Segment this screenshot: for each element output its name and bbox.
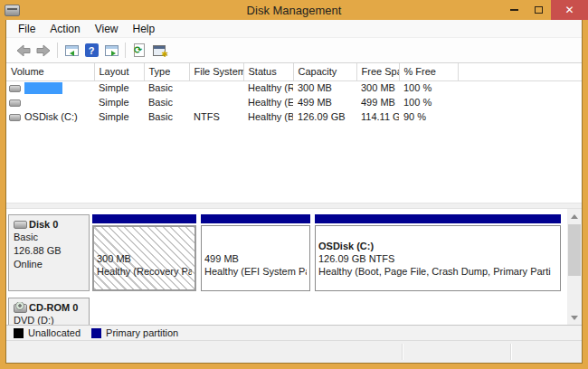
cdrom-0-row: CD-ROM 0 DVD (D:) xyxy=(8,298,564,325)
pane-splitter[interactable] xyxy=(6,203,582,209)
menu-file[interactable]: File xyxy=(11,20,43,38)
menu-action[interactable]: Action xyxy=(43,20,87,38)
volume-row-recovery[interactable]: Simple Basic Healthy (R... 300 MB 300 MB… xyxy=(6,80,582,95)
cdrom-icon xyxy=(14,304,27,313)
partition-status: Healthy (Recovery Parti xyxy=(97,265,192,278)
partition-size: 126.09 GB NTFS xyxy=(318,252,557,265)
minimize-icon[interactable] xyxy=(502,0,526,20)
partition-osdisk-c[interactable]: OSDisk (C:) 126.09 GB NTFS Healthy (Boot… xyxy=(315,214,561,291)
help-icon[interactable]: ? xyxy=(81,41,101,61)
menu-view[interactable]: View xyxy=(88,20,126,38)
cell-layout: Simple xyxy=(94,95,144,109)
volume-icon xyxy=(9,114,21,121)
cdrom-0-header[interactable]: CD-ROM 0 DVD (D:) xyxy=(8,298,90,325)
forward-icon[interactable] xyxy=(33,41,53,61)
table-header-row: Volume Layout Type File System Status Ca… xyxy=(6,63,582,80)
disk-management-console-icon[interactable]: ✱ xyxy=(149,41,169,61)
cell-layout: Simple xyxy=(94,109,144,124)
col-percent-free[interactable]: % Free xyxy=(399,63,458,80)
scrollbar-thumb[interactable] xyxy=(568,224,581,276)
col-capacity[interactable]: Capacity xyxy=(293,63,356,80)
partition-status: Healthy (EFI System Partit xyxy=(204,265,307,278)
toolbar: ? ⟳ ✱ xyxy=(6,38,582,63)
cell-capacity: 126.09 GB xyxy=(293,109,356,124)
cell-type: Basic xyxy=(144,109,189,124)
cell-type: Basic xyxy=(144,95,189,109)
partition-size: 300 MB xyxy=(97,252,192,265)
vertical-scrollbar[interactable] xyxy=(567,209,582,325)
show-console-tree-icon[interactable] xyxy=(62,41,81,61)
window-title: Disk Management xyxy=(0,4,588,17)
show-action-pane-icon[interactable] xyxy=(101,41,121,61)
unallocated-swatch xyxy=(14,328,24,338)
titlebar[interactable]: Disk Management ✕ xyxy=(0,0,588,20)
cell-capacity: 499 MB xyxy=(293,95,356,109)
cdrom-name: CD-ROM 0 xyxy=(29,302,78,313)
statusbar-divider xyxy=(510,344,512,360)
primary-partition-swatch xyxy=(91,328,101,338)
cell-free-space: 114.11 GB xyxy=(356,109,399,124)
legend-primary-partition-label: Primary partition xyxy=(106,327,178,338)
disk-status: Online xyxy=(14,258,87,271)
partition-label xyxy=(204,240,307,252)
scroll-down-icon[interactable] xyxy=(567,310,582,325)
partition-size: 499 MB xyxy=(204,252,307,265)
volume-row-efi[interactable]: Simple Basic Healthy (E... 499 MB 499 MB… xyxy=(6,95,582,109)
cell-percent-free: 100 % xyxy=(399,95,458,109)
cell-status: Healthy (B... xyxy=(243,109,293,124)
cell-status: Healthy (R... xyxy=(243,80,293,95)
disk-management-window: Disk Management ✕ File Action View Help xyxy=(0,0,588,369)
partition-efi-system[interactable]: 499 MB Healthy (EFI System Partit xyxy=(201,214,310,291)
cell-percent-free: 90 % xyxy=(399,109,458,124)
volume-row-osdisk[interactable]: OSDisk (C:) Simple Basic NTFS Healthy (B… xyxy=(6,109,582,124)
partition-color-band xyxy=(92,214,196,223)
back-icon[interactable] xyxy=(14,41,33,61)
disk-0-row: Disk 0 Basic 126.88 GB Online 300 MB Hea… xyxy=(8,214,564,291)
statusbar-divider xyxy=(402,344,403,360)
col-filler xyxy=(458,63,582,80)
disk-size: 126.88 GB xyxy=(14,244,87,258)
cell-capacity: 300 MB xyxy=(293,80,356,95)
disk-0-header[interactable]: Disk 0 Basic 126.88 GB Online xyxy=(8,214,90,291)
legend-unallocated-label: Unallocated xyxy=(28,327,81,338)
partition-color-band xyxy=(201,214,310,223)
col-type[interactable]: Type xyxy=(144,63,189,80)
menubar: File Action View Help xyxy=(6,20,582,38)
close-icon[interactable]: ✕ xyxy=(551,0,588,20)
status-bar xyxy=(6,340,582,363)
menu-help[interactable]: Help xyxy=(126,20,163,38)
col-layout[interactable]: Layout xyxy=(94,63,144,80)
col-volume[interactable]: Volume xyxy=(6,63,94,80)
col-file-system[interactable]: File System xyxy=(189,63,243,80)
cell-status: Healthy (E... xyxy=(243,95,293,109)
disk-0-partitions: 300 MB Healthy (Recovery Parti 499 MB He… xyxy=(92,214,561,291)
cell-file-system xyxy=(189,95,243,109)
refresh-icon[interactable]: ⟳ xyxy=(129,41,149,61)
graphical-view-pane: Disk 0 Basic 126.88 GB Online 300 MB Hea… xyxy=(6,209,582,325)
cell-free-space: 499 MB xyxy=(356,95,399,109)
partition-recovery[interactable]: 300 MB Healthy (Recovery Parti xyxy=(92,214,196,291)
partition-label: OSDisk (C:) xyxy=(318,240,557,252)
scroll-up-icon[interactable] xyxy=(567,209,582,223)
window-controls: ✕ xyxy=(502,0,588,20)
volumes-table: Volume Layout Type File System Status Ca… xyxy=(6,63,582,124)
partition-label xyxy=(97,240,192,252)
cell-percent-free: 100 % xyxy=(399,80,458,95)
disk-icon xyxy=(14,221,27,229)
cell-file-system xyxy=(189,80,243,95)
volume-icon xyxy=(9,99,21,107)
disk-type: Basic xyxy=(14,231,87,244)
cell-free-space: 300 MB xyxy=(356,80,399,95)
cell-type: Basic xyxy=(144,80,189,95)
partition-color-band xyxy=(315,214,561,223)
volume-name: OSDisk (C:) xyxy=(24,111,78,122)
window-content: File Action View Help ? xyxy=(5,20,583,364)
toolbar-separator xyxy=(57,43,58,58)
col-free-space[interactable]: Free Spa... xyxy=(356,63,399,80)
disk-name: Disk 0 xyxy=(29,219,58,230)
toolbar-separator xyxy=(125,43,126,58)
volume-icon xyxy=(9,85,21,92)
cdrom-media: DVD (D:) xyxy=(14,314,87,325)
col-status[interactable]: Status xyxy=(243,63,293,80)
maximize-icon[interactable] xyxy=(526,0,551,20)
